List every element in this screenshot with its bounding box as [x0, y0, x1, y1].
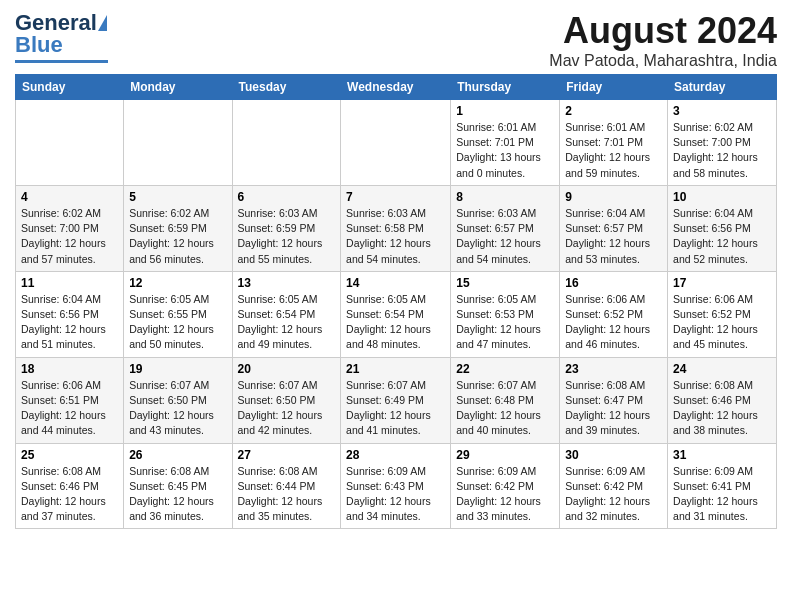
- day-header-wednesday: Wednesday: [341, 75, 451, 100]
- day-header-friday: Friday: [560, 75, 668, 100]
- day-number: 28: [346, 448, 445, 462]
- calendar-cell: 31Sunrise: 6:09 AM Sunset: 6:41 PM Dayli…: [668, 443, 777, 529]
- calendar-cell: 28Sunrise: 6:09 AM Sunset: 6:43 PM Dayli…: [341, 443, 451, 529]
- day-info: Sunrise: 6:02 AM Sunset: 7:00 PM Dayligh…: [673, 120, 771, 181]
- day-info: Sunrise: 6:09 AM Sunset: 6:42 PM Dayligh…: [565, 464, 662, 525]
- calendar-cell: 22Sunrise: 6:07 AM Sunset: 6:48 PM Dayli…: [451, 357, 560, 443]
- day-info: Sunrise: 6:08 AM Sunset: 6:46 PM Dayligh…: [673, 378, 771, 439]
- day-number: 29: [456, 448, 554, 462]
- day-header-saturday: Saturday: [668, 75, 777, 100]
- day-number: 21: [346, 362, 445, 376]
- day-number: 11: [21, 276, 118, 290]
- day-info: Sunrise: 6:03 AM Sunset: 6:58 PM Dayligh…: [346, 206, 445, 267]
- day-number: 6: [238, 190, 336, 204]
- day-number: 14: [346, 276, 445, 290]
- day-number: 5: [129, 190, 226, 204]
- calendar-cell: 2Sunrise: 6:01 AM Sunset: 7:01 PM Daylig…: [560, 100, 668, 186]
- day-number: 7: [346, 190, 445, 204]
- day-number: 15: [456, 276, 554, 290]
- title-block: August 2024 Mav Patoda, Maharashtra, Ind…: [549, 10, 777, 70]
- day-info: Sunrise: 6:05 AM Sunset: 6:55 PM Dayligh…: [129, 292, 226, 353]
- day-number: 13: [238, 276, 336, 290]
- calendar-cell: 16Sunrise: 6:06 AM Sunset: 6:52 PM Dayli…: [560, 271, 668, 357]
- calendar-header-row: SundayMondayTuesdayWednesdayThursdayFrid…: [16, 75, 777, 100]
- calendar-week-row: 1Sunrise: 6:01 AM Sunset: 7:01 PM Daylig…: [16, 100, 777, 186]
- day-info: Sunrise: 6:08 AM Sunset: 6:45 PM Dayligh…: [129, 464, 226, 525]
- header: General Blue August 2024 Mav Patoda, Mah…: [15, 10, 777, 70]
- logo-triangle-icon: [98, 15, 107, 31]
- day-number: 27: [238, 448, 336, 462]
- calendar-cell: 12Sunrise: 6:05 AM Sunset: 6:55 PM Dayli…: [124, 271, 232, 357]
- day-number: 23: [565, 362, 662, 376]
- calendar-week-row: 11Sunrise: 6:04 AM Sunset: 6:56 PM Dayli…: [16, 271, 777, 357]
- day-info: Sunrise: 6:08 AM Sunset: 6:47 PM Dayligh…: [565, 378, 662, 439]
- day-info: Sunrise: 6:04 AM Sunset: 6:57 PM Dayligh…: [565, 206, 662, 267]
- calendar-cell: [341, 100, 451, 186]
- calendar-cell: 9Sunrise: 6:04 AM Sunset: 6:57 PM Daylig…: [560, 185, 668, 271]
- day-info: Sunrise: 6:02 AM Sunset: 6:59 PM Dayligh…: [129, 206, 226, 267]
- calendar-cell: 3Sunrise: 6:02 AM Sunset: 7:00 PM Daylig…: [668, 100, 777, 186]
- calendar-cell: 25Sunrise: 6:08 AM Sunset: 6:46 PM Dayli…: [16, 443, 124, 529]
- day-number: 22: [456, 362, 554, 376]
- calendar-cell: 7Sunrise: 6:03 AM Sunset: 6:58 PM Daylig…: [341, 185, 451, 271]
- day-info: Sunrise: 6:04 AM Sunset: 6:56 PM Dayligh…: [673, 206, 771, 267]
- day-info: Sunrise: 6:01 AM Sunset: 7:01 PM Dayligh…: [456, 120, 554, 181]
- calendar-table: SundayMondayTuesdayWednesdayThursdayFrid…: [15, 74, 777, 529]
- calendar-cell: 23Sunrise: 6:08 AM Sunset: 6:47 PM Dayli…: [560, 357, 668, 443]
- calendar-cell: 19Sunrise: 6:07 AM Sunset: 6:50 PM Dayli…: [124, 357, 232, 443]
- calendar-cell: 15Sunrise: 6:05 AM Sunset: 6:53 PM Dayli…: [451, 271, 560, 357]
- day-number: 4: [21, 190, 118, 204]
- calendar-week-row: 4Sunrise: 6:02 AM Sunset: 7:00 PM Daylig…: [16, 185, 777, 271]
- calendar-cell: 20Sunrise: 6:07 AM Sunset: 6:50 PM Dayli…: [232, 357, 341, 443]
- day-info: Sunrise: 6:09 AM Sunset: 6:41 PM Dayligh…: [673, 464, 771, 525]
- day-info: Sunrise: 6:06 AM Sunset: 6:51 PM Dayligh…: [21, 378, 118, 439]
- calendar-cell: 17Sunrise: 6:06 AM Sunset: 6:52 PM Dayli…: [668, 271, 777, 357]
- calendar-cell: 1Sunrise: 6:01 AM Sunset: 7:01 PM Daylig…: [451, 100, 560, 186]
- day-info: Sunrise: 6:07 AM Sunset: 6:48 PM Dayligh…: [456, 378, 554, 439]
- calendar-cell: 13Sunrise: 6:05 AM Sunset: 6:54 PM Dayli…: [232, 271, 341, 357]
- day-number: 24: [673, 362, 771, 376]
- day-number: 25: [21, 448, 118, 462]
- day-info: Sunrise: 6:07 AM Sunset: 6:50 PM Dayligh…: [129, 378, 226, 439]
- day-info: Sunrise: 6:07 AM Sunset: 6:50 PM Dayligh…: [238, 378, 336, 439]
- calendar-cell: 24Sunrise: 6:08 AM Sunset: 6:46 PM Dayli…: [668, 357, 777, 443]
- day-info: Sunrise: 6:08 AM Sunset: 6:44 PM Dayligh…: [238, 464, 336, 525]
- calendar-cell: [16, 100, 124, 186]
- location-subtitle: Mav Patoda, Maharashtra, India: [549, 52, 777, 70]
- day-info: Sunrise: 6:07 AM Sunset: 6:49 PM Dayligh…: [346, 378, 445, 439]
- day-info: Sunrise: 6:09 AM Sunset: 6:42 PM Dayligh…: [456, 464, 554, 525]
- day-header-thursday: Thursday: [451, 75, 560, 100]
- day-info: Sunrise: 6:09 AM Sunset: 6:43 PM Dayligh…: [346, 464, 445, 525]
- day-info: Sunrise: 6:05 AM Sunset: 6:54 PM Dayligh…: [346, 292, 445, 353]
- day-info: Sunrise: 6:06 AM Sunset: 6:52 PM Dayligh…: [565, 292, 662, 353]
- calendar-cell: 10Sunrise: 6:04 AM Sunset: 6:56 PM Dayli…: [668, 185, 777, 271]
- calendar-cell: 29Sunrise: 6:09 AM Sunset: 6:42 PM Dayli…: [451, 443, 560, 529]
- calendar-cell: [124, 100, 232, 186]
- logo: General Blue: [15, 10, 108, 63]
- day-number: 9: [565, 190, 662, 204]
- calendar-week-row: 18Sunrise: 6:06 AM Sunset: 6:51 PM Dayli…: [16, 357, 777, 443]
- day-info: Sunrise: 6:05 AM Sunset: 6:54 PM Dayligh…: [238, 292, 336, 353]
- calendar-cell: 8Sunrise: 6:03 AM Sunset: 6:57 PM Daylig…: [451, 185, 560, 271]
- calendar-cell: 18Sunrise: 6:06 AM Sunset: 6:51 PM Dayli…: [16, 357, 124, 443]
- day-number: 19: [129, 362, 226, 376]
- day-info: Sunrise: 6:03 AM Sunset: 6:59 PM Dayligh…: [238, 206, 336, 267]
- day-info: Sunrise: 6:08 AM Sunset: 6:46 PM Dayligh…: [21, 464, 118, 525]
- calendar-cell: 5Sunrise: 6:02 AM Sunset: 6:59 PM Daylig…: [124, 185, 232, 271]
- day-number: 30: [565, 448, 662, 462]
- day-info: Sunrise: 6:03 AM Sunset: 6:57 PM Dayligh…: [456, 206, 554, 267]
- day-number: 17: [673, 276, 771, 290]
- calendar-cell: 27Sunrise: 6:08 AM Sunset: 6:44 PM Dayli…: [232, 443, 341, 529]
- day-number: 10: [673, 190, 771, 204]
- calendar-cell: [232, 100, 341, 186]
- day-number: 3: [673, 104, 771, 118]
- day-header-tuesday: Tuesday: [232, 75, 341, 100]
- day-info: Sunrise: 6:05 AM Sunset: 6:53 PM Dayligh…: [456, 292, 554, 353]
- day-number: 18: [21, 362, 118, 376]
- day-number: 16: [565, 276, 662, 290]
- calendar-cell: 4Sunrise: 6:02 AM Sunset: 7:00 PM Daylig…: [16, 185, 124, 271]
- calendar-cell: 21Sunrise: 6:07 AM Sunset: 6:49 PM Dayli…: [341, 357, 451, 443]
- day-info: Sunrise: 6:06 AM Sunset: 6:52 PM Dayligh…: [673, 292, 771, 353]
- calendar-week-row: 25Sunrise: 6:08 AM Sunset: 6:46 PM Dayli…: [16, 443, 777, 529]
- calendar-cell: 14Sunrise: 6:05 AM Sunset: 6:54 PM Dayli…: [341, 271, 451, 357]
